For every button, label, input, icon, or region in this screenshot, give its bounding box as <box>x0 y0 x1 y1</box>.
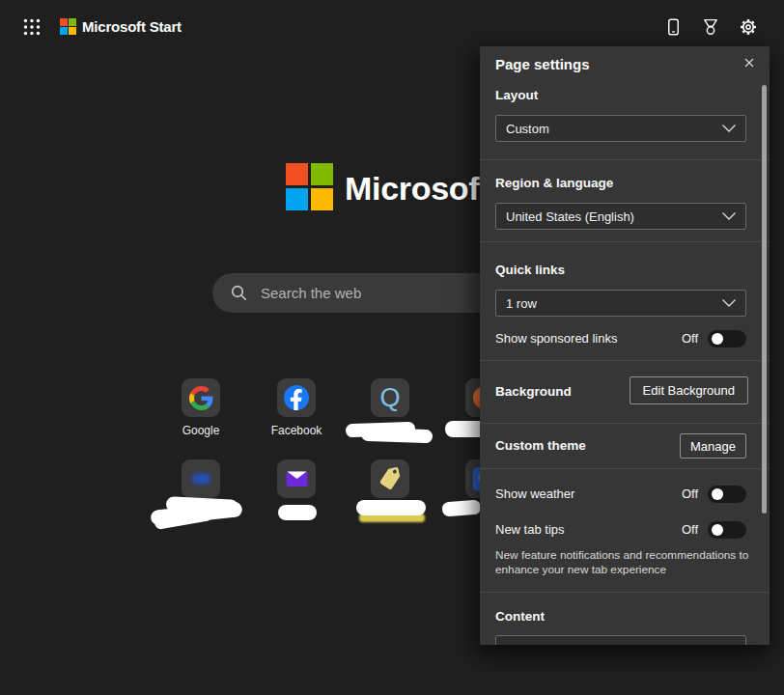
background-label: Background <box>495 384 572 399</box>
close-icon[interactable] <box>743 57 755 69</box>
divider <box>480 423 770 424</box>
chevron-down-icon <box>721 124 737 133</box>
google-g-icon <box>189 386 213 410</box>
quick-link-redacted-4[interactable] <box>249 459 344 498</box>
page-settings-panel: Page settings Layout Custom Region & lan… <box>480 46 770 645</box>
purple-mail-icon <box>285 467 309 491</box>
rewards-medal-icon[interactable] <box>701 17 720 37</box>
quick-link-redacted-3[interactable] <box>154 459 248 498</box>
settings-gear-icon[interactable] <box>739 17 758 37</box>
layout-label: Layout <box>495 88 538 102</box>
mobile-phone-icon[interactable] <box>664 17 683 37</box>
quick-links-value: 1 row <box>506 296 537 311</box>
q-tile[interactable]: Q <box>371 378 409 417</box>
redaction-mark <box>356 500 426 515</box>
sponsored-links-state: Off <box>682 331 698 346</box>
show-weather-label: Show weather <box>495 486 574 501</box>
region-dropdown[interactable]: United States (English) <box>495 203 746 230</box>
google-tile[interactable] <box>182 378 220 417</box>
show-weather-toggle[interactable] <box>708 486 746 503</box>
new-tab-tips-state: Off <box>682 522 698 537</box>
chevron-down-icon <box>721 298 737 308</box>
region-value: United States (English) <box>506 209 634 224</box>
layout-dropdown[interactable]: Custom <box>495 115 746 142</box>
search-placeholder: Search the web <box>261 285 361 301</box>
layout-value: Custom <box>506 122 549 136</box>
sponsored-links-label: Show sponsored links <box>495 331 617 346</box>
new-tab-tips-label: New tab tips <box>495 522 565 537</box>
blue-blob-tile[interactable] <box>182 459 220 498</box>
search-icon <box>230 284 248 302</box>
quick-link-google[interactable]: Google <box>154 378 248 437</box>
divider <box>480 241 770 242</box>
manage-button[interactable]: Manage <box>680 433 746 459</box>
tips-description: New feature notifications and recommenda… <box>495 548 750 577</box>
quick-links-label: Quick links <box>495 263 565 277</box>
redaction-mark <box>278 505 317 520</box>
content-dropdown[interactable] <box>495 635 746 645</box>
quick-link-label: Facebook <box>271 424 322 437</box>
apps-grid-icon[interactable] <box>23 18 41 36</box>
divider <box>480 468 770 469</box>
edit-background-button[interactable]: Edit Background <box>630 376 748 404</box>
redaction-mark <box>361 428 433 444</box>
redaction-mark <box>442 500 482 517</box>
divider <box>480 159 770 160</box>
app-title: Microsoft Start <box>82 0 182 54</box>
quick-link-redacted-5[interactable] <box>343 459 437 498</box>
blue-q-icon: Q <box>379 385 400 411</box>
quick-links-dropdown[interactable]: 1 row <box>495 290 746 317</box>
microsoft-logo-icon[interactable] <box>60 18 76 35</box>
panel-scrollbar[interactable] <box>762 85 767 514</box>
quick-link-label: Google <box>182 424 220 437</box>
sponsored-links-toggle[interactable] <box>708 330 746 348</box>
content-label: Content <box>495 609 545 624</box>
hero-brand-text: Microsoft <box>345 172 490 205</box>
microsoft-logo-large <box>286 163 333 210</box>
blurred-blue-icon <box>191 473 211 485</box>
custom-theme-label: Custom theme <box>495 438 586 453</box>
show-weather-state: Off <box>682 486 698 501</box>
quick-link-facebook[interactable]: Facebook <box>249 378 344 437</box>
chevron-down-icon <box>721 211 737 221</box>
mail-tile[interactable] <box>277 459 316 498</box>
yellow-tag-icon <box>376 464 406 494</box>
facebook-f-icon <box>284 385 309 410</box>
panel-title: Page settings <box>495 56 590 72</box>
new-tab-tips-toggle[interactable] <box>708 521 746 539</box>
quick-link-redacted-1[interactable]: Q <box>343 378 437 417</box>
tag-tile[interactable] <box>371 459 409 498</box>
divider <box>480 592 770 593</box>
region-label: Region & language <box>495 176 613 190</box>
facebook-tile[interactable] <box>277 378 316 417</box>
divider <box>480 360 770 361</box>
